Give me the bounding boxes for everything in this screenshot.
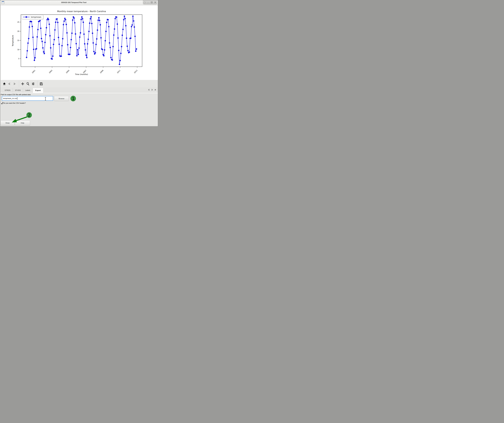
tab-row: STRDS STVDS Labels Export xyxy=(0,88,158,93)
draw-button[interactable]: Draw xyxy=(0,120,15,125)
csv-header-row: Do you want the CSV header? xyxy=(1,102,26,104)
svg-text:2007: 2007 xyxy=(83,69,87,74)
svg-text:2009: 2009 xyxy=(100,69,104,74)
plot-toolbar xyxy=(0,80,158,88)
minimize-icon[interactable] xyxy=(147,1,150,4)
svg-text:20: 20 xyxy=(17,30,19,32)
svg-text:Monthly mean temperature - Nor: Monthly mean temperature - North Carolin… xyxy=(57,10,106,12)
export-panel: Path for output CSV file with plotted da… xyxy=(0,93,158,126)
svg-text:10: 10 xyxy=(17,49,19,51)
close-tab-icon[interactable] xyxy=(154,89,156,91)
help-button[interactable]: Help xyxy=(15,120,30,125)
prev-tab-icon[interactable] xyxy=(148,89,150,91)
svg-text:2013: 2013 xyxy=(133,69,138,74)
home-icon[interactable] xyxy=(3,82,6,86)
svg-text:2003: 2003 xyxy=(48,69,53,74)
title-bar: GRASS GIS Temporal Plot Tool xyxy=(0,0,158,5)
svg-text:25: 25 xyxy=(17,21,19,23)
csv-header-checkbox[interactable] xyxy=(1,102,3,104)
forward-icon[interactable] xyxy=(13,82,16,86)
configure-subplots-icon[interactable] xyxy=(31,82,35,86)
window-controls xyxy=(143,0,157,4)
next-tab-icon[interactable] xyxy=(151,89,153,91)
path-label: Path for output CSV file with plotted da… xyxy=(1,94,31,95)
temperature-chart: 5101520252001200320052007200920112013Mon… xyxy=(0,6,158,80)
tab-labels[interactable]: Labels xyxy=(23,88,32,93)
svg-text:2001: 2001 xyxy=(31,69,36,74)
svg-text:tempmean: tempmean xyxy=(31,16,41,18)
tab-export[interactable]: Export xyxy=(33,88,43,93)
svg-text:Temperature: Temperature xyxy=(12,35,14,46)
tab-strds[interactable]: STRDS xyxy=(2,88,12,93)
app-window: GRASS GIS Temporal Plot Tool 51015202520… xyxy=(0,0,158,126)
toolbar-separator xyxy=(37,81,38,87)
svg-text:2005: 2005 xyxy=(66,69,70,74)
shade-icon[interactable] xyxy=(144,1,146,4)
pan-icon[interactable] xyxy=(21,82,24,86)
back-icon[interactable] xyxy=(8,82,11,86)
window-icon[interactable] xyxy=(1,1,4,4)
save-icon[interactable] xyxy=(40,82,43,86)
zoom-icon[interactable] xyxy=(26,82,30,86)
path-value: tempmean_nc.csv xyxy=(3,97,17,100)
text-caret xyxy=(17,97,17,100)
svg-text:5: 5 xyxy=(18,58,19,60)
tab-strip: STRDS STVDS Labels Export xyxy=(0,88,158,93)
svg-text:15: 15 xyxy=(17,40,19,42)
tab-nav xyxy=(148,89,156,91)
svg-text:2011: 2011 xyxy=(117,69,121,74)
csv-header-label: Do you want the CSV header? xyxy=(3,102,26,104)
browse-button[interactable]: Browse xyxy=(54,96,69,101)
path-input[interactable]: tempmean_nc.csv xyxy=(2,96,53,101)
svg-text:Time (months): Time (months) xyxy=(75,73,88,75)
window-title: GRASS GIS Temporal Plot Tool xyxy=(0,1,158,4)
plot-figure: 5101520252001200320052007200920112013Mon… xyxy=(1,6,158,80)
close-icon[interactable] xyxy=(154,1,156,4)
maximize-icon[interactable] xyxy=(150,1,153,4)
tab-stvds[interactable]: STVDS xyxy=(13,88,23,93)
